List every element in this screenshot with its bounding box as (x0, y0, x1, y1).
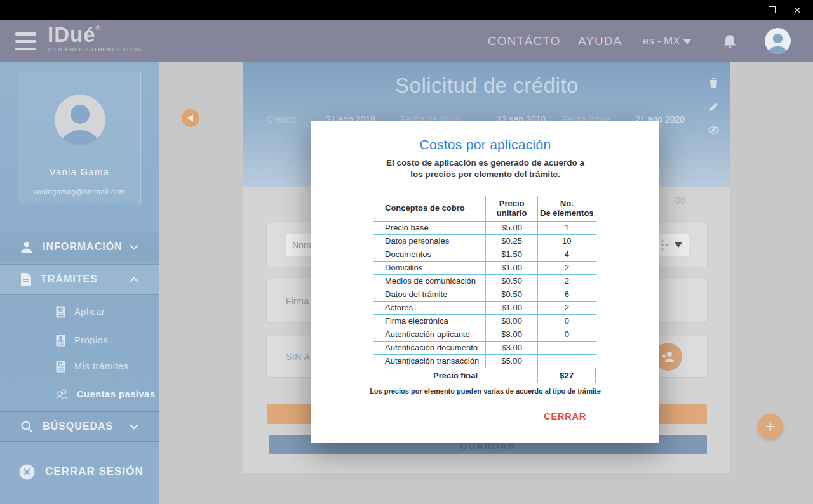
table-row: Datos personales$0.2510 (373, 234, 596, 248)
cell-price: $1.50 (486, 248, 538, 261)
sidebar-item-busquedas[interactable]: BÚSQUEDAS (0, 411, 159, 442)
profile-avatar (55, 95, 105, 145)
cell-count: 10 (538, 234, 596, 248)
cell-price: $5.00 (486, 221, 538, 234)
cell-count: 0 (538, 328, 596, 341)
table-header-row: Conceptos de cobro Precio unitario No. D… (373, 196, 596, 221)
document-person-icon (56, 335, 65, 347)
cell-price: $3.00 (486, 341, 538, 354)
sidebar-item-mis-tramites[interactable]: Mis trámites (0, 352, 159, 380)
sidebar-item-label: Mis trámites (74, 361, 128, 371)
document-search-icon (56, 361, 65, 373)
close-button[interactable]: ✕ (791, 0, 803, 20)
cell-price: $0.50 (486, 274, 538, 288)
meta-label-creado: Creado (267, 114, 296, 124)
window-titlebar: — ✕ (0, 0, 813, 20)
cell-concept: Autenticación documento (373, 341, 486, 354)
cell-price: $5.00 (486, 354, 538, 368)
cell-concept: Actores (373, 301, 486, 314)
eye-icon[interactable] (708, 126, 719, 134)
language-value: es - MX (643, 35, 680, 48)
modal-subtitle-line1: El costo de aplicación es generado de ac… (311, 157, 659, 169)
cell-concept: Domicilios (373, 261, 486, 274)
cell-price: $8.00 (486, 314, 538, 328)
people-icon (56, 389, 68, 400)
app-header: IDué® DILIGENCE AUTHENTICATION CONTÁCTO … (0, 20, 813, 62)
chevron-down-icon (130, 424, 138, 430)
cell-count: 4 (538, 248, 596, 261)
table-row: Domicilios$1.002 (373, 261, 596, 274)
chevron-up-icon (130, 277, 138, 282)
nav-ayuda[interactable]: AYUDA (578, 20, 622, 62)
add-fab-button[interactable]: + (758, 414, 783, 439)
sidebar-item-informacion[interactable]: INFORMACIÓN (0, 232, 159, 262)
logout-button[interactable]: CERRAR SESIÓN (0, 458, 159, 486)
person-add-icon (661, 350, 675, 363)
bell-icon[interactable] (723, 34, 737, 52)
precio-final-label: Precio final (373, 368, 538, 383)
table-footer-row: Precio final $27 (373, 368, 596, 383)
app-logo[interactable]: IDué® DILIGENCE AUTHENTICATION (48, 24, 142, 53)
sidebar-item-cuentas-pasivas[interactable]: Cuentas pasivas (0, 380, 159, 408)
sidebar-item-aplicar[interactable]: Aplicar (0, 298, 159, 326)
cell-concept: Datos del trámite (373, 288, 486, 301)
table-row: Autenticación documento$3.00 (373, 341, 596, 354)
cell-count: 0 (538, 314, 596, 328)
maximize-button[interactable] (766, 0, 777, 20)
cell-count: 2 (538, 274, 596, 288)
obscured-text-fragment: 00 (675, 196, 685, 206)
back-button[interactable] (182, 109, 199, 127)
cell-count: 1 (538, 221, 596, 234)
cell-concept: Datos personales (373, 234, 486, 248)
hamburger-icon[interactable] (15, 32, 36, 50)
sidebar-item-propios[interactable]: Propios (0, 326, 159, 354)
trash-icon[interactable] (709, 78, 718, 88)
sidebar: Vania Gama vaniagamag@hotmail.com INFORM… (0, 62, 159, 504)
user-email: vaniagamag@hotmail.com (18, 188, 140, 196)
sidebar-item-tramites[interactable]: TRÁMITES (0, 264, 159, 295)
language-selector[interactable]: es - MX (643, 20, 692, 62)
nombre-input-value: Nom (292, 240, 311, 250)
table-row: Documentos$1.504 (373, 248, 596, 261)
precio-final-value: $27 (538, 368, 596, 383)
sidebar-item-label: Propios (74, 335, 108, 345)
document-check-icon (56, 306, 65, 318)
modal-note: Los precios por elemento pueden varias d… (311, 387, 659, 395)
modal-subtitle: El costo de aplicación es generado de ac… (311, 157, 659, 180)
cell-count: 6 (538, 288, 596, 301)
avatar[interactable] (765, 28, 791, 54)
cell-price: $1.00 (486, 301, 538, 314)
modal-title: Costos por aplicación (311, 137, 659, 152)
document-icon (20, 273, 31, 286)
edit-icon[interactable] (709, 102, 718, 112)
logo-subtitle: DILIGENCE AUTHENTICATION (48, 46, 142, 53)
cell-concept: Medios de comunicación (373, 274, 486, 288)
cost-table-body: Precio base$5.001Datos personales$0.2510… (373, 221, 596, 368)
cerrar-button[interactable]: CERRAR (544, 411, 586, 421)
cell-count: 2 (538, 301, 596, 314)
modal-subtitle-line2: los precios por elemento del trámite. (311, 169, 659, 180)
table-row: Medios de comunicación$0.502 (373, 274, 596, 288)
nav-contacto[interactable]: CONTÁCTO (488, 20, 560, 62)
plus-icon: + (765, 417, 776, 437)
cell-price: $0.50 (486, 288, 538, 301)
cell-concept: Autenticación transacción (373, 354, 486, 368)
cell-concept: Precio base (373, 221, 486, 234)
cell-price: $1.00 (486, 261, 538, 274)
cell-count (538, 354, 596, 368)
col-header-count: No. De elementos (538, 196, 596, 221)
cost-table: Conceptos de cobro Precio unitario No. D… (373, 196, 596, 383)
costos-modal: Costos por aplicación El costo de aplica… (311, 121, 659, 443)
chevron-down-icon (130, 244, 138, 250)
col-header-concept: Conceptos de cobro (373, 196, 486, 221)
dropdown-caret-icon[interactable] (675, 242, 682, 248)
cell-price: $8.00 (486, 328, 538, 341)
cell-count: 2 (538, 261, 596, 274)
back-arrow-icon (187, 114, 193, 122)
cell-count (538, 341, 596, 354)
user-name: Vania Gama (18, 166, 140, 177)
table-row: Precio base$5.001 (373, 221, 596, 234)
minimize-button[interactable]: — (741, 0, 752, 20)
table-row: Autenticación aplicante$8.000 (373, 328, 596, 341)
logo-word: IDué (48, 23, 96, 46)
